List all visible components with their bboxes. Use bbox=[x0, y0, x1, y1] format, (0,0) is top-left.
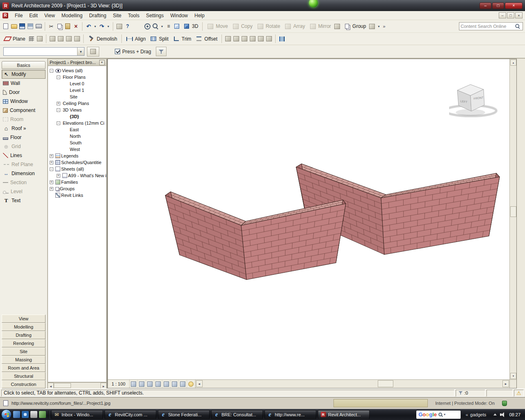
crop-visibility-icon[interactable] bbox=[171, 380, 179, 388]
crop-region-icon[interactable] bbox=[162, 380, 171, 388]
scrollbar-thumb[interactable] bbox=[378, 380, 393, 387]
shadows-icon[interactable] bbox=[146, 380, 154, 388]
design-bar-tab[interactable]: Site bbox=[2, 347, 46, 356]
maximize-button[interactable]: □ bbox=[492, 2, 504, 9]
volume-icon[interactable] bbox=[500, 412, 506, 417]
wall-joins-icon[interactable] bbox=[241, 35, 248, 42]
design-bar-item[interactable]: Lines bbox=[2, 151, 46, 160]
tree-node[interactable]: North bbox=[48, 133, 106, 139]
drawing-area[interactable]: LEFT FRONT ▲ ▼ 1 : 100 ◀ ▶ bbox=[107, 59, 517, 388]
design-bar-tab[interactable]: Construction bbox=[2, 380, 46, 388]
press-drag-checkbox[interactable] bbox=[115, 49, 120, 54]
tree-node[interactable]: + Schedules/Quantitie bbox=[48, 159, 106, 166]
scrollbar-thumb[interactable] bbox=[510, 206, 516, 217]
thin-lines-icon[interactable] bbox=[165, 23, 172, 30]
design-bar-item[interactable]: Room bbox=[2, 115, 46, 124]
opening-icon[interactable] bbox=[257, 35, 265, 42]
paste-icon[interactable] bbox=[64, 23, 71, 30]
tree-expander-icon[interactable]: - bbox=[57, 75, 60, 79]
mdi-close-button[interactable]: × bbox=[515, 12, 523, 18]
camera-view-icon[interactable] bbox=[173, 23, 180, 30]
taskbar-button[interactable]: RevitCity.com ... bbox=[105, 410, 156, 419]
tree-node[interactable]: - Sheets (all) bbox=[48, 166, 106, 172]
print-icon[interactable] bbox=[35, 23, 42, 30]
tree-node[interactable]: - Views (all) bbox=[48, 67, 106, 74]
tree-node[interactable]: Site bbox=[48, 94, 106, 100]
menu-item[interactable]: Site bbox=[110, 11, 125, 20]
close-button[interactable]: × bbox=[505, 2, 523, 9]
finish-group-icon[interactable] bbox=[333, 23, 341, 30]
tree-node[interactable]: - 3D Views bbox=[48, 107, 106, 113]
horizontal-scrollbar[interactable]: ◀ ▶ bbox=[195, 380, 509, 388]
scroll-up-icon[interactable]: ▲ bbox=[510, 59, 516, 66]
design-bar-item[interactable]: Window bbox=[2, 97, 46, 106]
copy-to-clipboard-icon[interactable] bbox=[56, 23, 63, 30]
join-geometry-icon[interactable] bbox=[233, 35, 240, 42]
menu-item[interactable]: Drafting bbox=[86, 11, 110, 20]
menu-item[interactable]: Edit bbox=[26, 11, 41, 20]
save-to-central-icon[interactable] bbox=[27, 23, 34, 30]
design-bar-tab[interactable]: View bbox=[2, 315, 46, 323]
zoom-icon[interactable] bbox=[152, 23, 159, 30]
editing-tools-icon[interactable] bbox=[116, 23, 123, 30]
paint-icon[interactable] bbox=[65, 35, 73, 42]
tree-node[interactable]: South bbox=[48, 139, 106, 146]
design-bar-item[interactable]: Modify bbox=[2, 70, 46, 79]
quicklaunch-ie-icon[interactable] bbox=[22, 411, 29, 418]
gadgets-area[interactable]: « gadgets bbox=[462, 412, 489, 417]
type-selector-dropdown-icon[interactable]: ▾ bbox=[77, 48, 84, 55]
tree-expander-icon[interactable]: - bbox=[50, 69, 53, 73]
work-plane-button[interactable]: Plane bbox=[2, 34, 27, 44]
search-input[interactable] bbox=[461, 24, 514, 29]
tree-node[interactable]: - Elevations (12mm Ci bbox=[48, 120, 106, 126]
quicklaunch-app-icon[interactable] bbox=[39, 411, 46, 418]
design-bar-item[interactable]: Section bbox=[2, 178, 46, 187]
mdi-restore-button[interactable]: □ bbox=[507, 12, 514, 18]
taskbar-button[interactable]: Revit Architect... bbox=[318, 410, 370, 419]
taskbar-button[interactable]: http://www.re... bbox=[265, 410, 316, 419]
tree-expander-icon[interactable]: + bbox=[57, 174, 60, 178]
design-bar-tab[interactable]: Modelling bbox=[2, 323, 46, 331]
design-bar-item[interactable]: Roof » bbox=[2, 124, 46, 133]
menu-item[interactable]: Help bbox=[191, 11, 208, 20]
quicklaunch-show-desktop-icon[interactable] bbox=[30, 411, 37, 418]
press-drag-option[interactable]: Press + Drag bbox=[115, 49, 151, 55]
graphical-schedule-icon[interactable] bbox=[278, 35, 285, 42]
scrollbar-thumb[interactable] bbox=[54, 383, 71, 388]
demolish-button[interactable]: Demolish bbox=[86, 34, 119, 44]
vertical-scrollbar[interactable]: ▲ ▼ bbox=[509, 59, 516, 379]
design-bar-tab[interactable]: Rendering bbox=[2, 339, 46, 347]
element-properties-button[interactable] bbox=[87, 47, 99, 57]
taskbar-clock[interactable]: 08:27 bbox=[509, 412, 520, 417]
tree-node[interactable]: West bbox=[48, 146, 106, 153]
minimize-button[interactable]: – bbox=[479, 2, 491, 9]
design-bar-item[interactable]: Door bbox=[2, 88, 46, 97]
save-icon[interactable] bbox=[18, 23, 26, 30]
project-browser-hscrollbar[interactable]: ◀ ▶ bbox=[48, 382, 107, 388]
design-bar-item[interactable]: Wall bbox=[2, 79, 46, 88]
undo-icon[interactable] bbox=[85, 23, 92, 30]
design-bar-item[interactable]: Ref Plane bbox=[2, 160, 46, 169]
tree-node[interactable]: {3D} bbox=[48, 113, 106, 120]
start-button[interactable] bbox=[1, 409, 11, 420]
taskbar-button[interactable]: Stone Federati... bbox=[158, 410, 210, 419]
offset-button[interactable]: Offset bbox=[194, 34, 219, 44]
open-icon[interactable] bbox=[10, 23, 18, 30]
split-button[interactable]: Split bbox=[148, 34, 170, 44]
tree-expander-icon[interactable]: + bbox=[50, 161, 53, 164]
selection-filter-button[interactable] bbox=[156, 47, 167, 56]
redo-dropdown-icon[interactable] bbox=[106, 23, 110, 30]
mdi-minimize-button[interactable]: – bbox=[499, 12, 506, 18]
redo-icon[interactable] bbox=[98, 23, 105, 30]
design-bar-item[interactable]: Text bbox=[2, 196, 46, 205]
tree-expander-icon[interactable]: - bbox=[57, 121, 60, 125]
menu-item[interactable]: Tools bbox=[125, 11, 143, 20]
toolbar-options-dropdown-icon[interactable] bbox=[377, 23, 381, 30]
undo-dropdown-icon[interactable] bbox=[93, 23, 97, 30]
design-bar-tab-basics[interactable]: Basics bbox=[2, 61, 46, 69]
design-bar-item[interactable]: Grid bbox=[2, 142, 46, 151]
project-browser-close-icon[interactable]: × bbox=[99, 60, 105, 65]
title-bar[interactable]: R Revit Architecture 2009 - [Project1 - … bbox=[0, 0, 525, 11]
delete-icon[interactable] bbox=[72, 23, 80, 30]
taskbar-button[interactable]: BRE: Consultat... bbox=[211, 410, 263, 419]
